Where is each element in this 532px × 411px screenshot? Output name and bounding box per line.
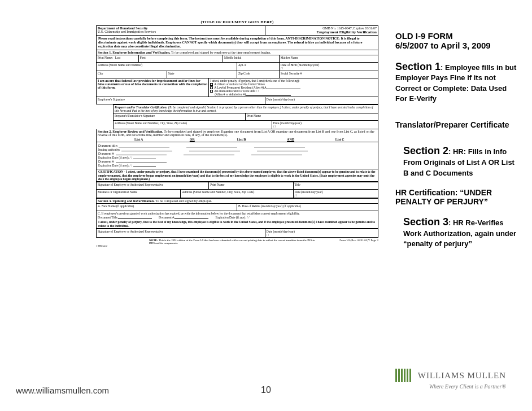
employer-print-name: Print Name: [209, 182, 293, 189]
translator-annotation: Translator/Preparer Certificate: [395, 120, 520, 129]
employee-signature: Employee's Signature: [97, 97, 265, 104]
section-3-attest: I attest, under penalty of perjury, that…: [96, 220, 378, 229]
section-2-annotation: Section 2: HR: Fills in Info From Origin…: [395, 145, 520, 177]
cert-date: Date (month/day/year)/ /: [294, 190, 378, 198]
first-name-field: First: [139, 55, 223, 62]
document-lines: Document title: Issuing authority: Docum…: [96, 142, 378, 169]
new-name-field: A. New Name (if applicable): [97, 204, 237, 211]
form-name: Employment Eligibility Verification: [267, 30, 377, 34]
emp-sig-date: Date (month/day/year): [265, 97, 378, 104]
form-footnote: NOTE: This is the 1991 edition of the Fo…: [96, 239, 378, 244]
form-revision: Form I-9 (Rev. 05/31/05)Y Page 2: [322, 239, 378, 244]
section-3-annotation: Section 3: HR Re-Verifies Work Authoriza…: [395, 216, 520, 248]
employer-title: Title: [294, 182, 378, 189]
ssn-field: Social Security #: [280, 71, 378, 78]
form-title: (TITLE OF DOCUMENT GOES HERE): [96, 20, 378, 24]
anti-discrimination-notice: Please read instructions carefully befor…: [96, 35, 378, 50]
zip-field: Zip Code: [237, 71, 280, 78]
sec3-date: Date (month/day/year)/ /: [265, 229, 378, 237]
williams-mullen-logo: WILLIAMS MULLEN Where Every Client is a …: [395, 369, 506, 390]
employer-signature: Signature of Employer or Authorized Repr…: [97, 182, 209, 189]
logo-tagline: Where Every Client is a Partner®: [395, 383, 506, 390]
attestation-options: I attest, under penalty of perjury, that…: [209, 78, 378, 97]
state-field: State: [167, 71, 238, 78]
i9-form: (TITLE OF DOCUMENT GOES HERE) Department…: [96, 20, 378, 247]
annotations-panel: OLD I-9 FORM 6/5/2007 to April 3, 2009 S…: [395, 31, 520, 259]
list-b-header: List B: [203, 137, 279, 142]
maiden-name-field: Maiden Name: [280, 55, 378, 62]
section-1-bar: Section 1. Employee Information and Veri…: [96, 50, 378, 55]
city-field: City: [97, 71, 167, 78]
hr-cert-annotation: HR Certification: “UNDER PENALTY OF PERJ…: [395, 188, 520, 206]
business-address: Address (Street Name and Number, City, S…: [181, 190, 293, 198]
business-name: Business or Organization Name: [97, 190, 181, 198]
preparer-address: Address (Street Name and Number, City, S…: [114, 121, 272, 129]
apt-field: Apt. #: [237, 63, 280, 71]
list-c-header: List C: [302, 137, 378, 142]
section-1-annotation: Section 1: Employee fills in but Employe…: [395, 61, 520, 104]
preparer-date: Date (month/day/year)/ /: [272, 121, 378, 129]
logo-stripes-icon: [395, 369, 412, 382]
list-a-header: List A: [97, 137, 181, 142]
bottom-code: 1 99901afv2: [96, 244, 378, 247]
rehire-date-field: B. Date of Rehire (month/day/year) (if a…: [237, 204, 378, 211]
certification-text: CERTIFICATION - I attest, under penalty …: [96, 169, 378, 182]
or-label: OR: [181, 137, 203, 142]
logo-name: WILLIAMS MULLEN: [418, 371, 506, 381]
middle-initial-field: Middle Initial: [223, 55, 280, 62]
page-number: 10: [261, 385, 271, 395]
section-3-bar: Section 3. Updating and Reverification. …: [96, 198, 378, 203]
footer-url: www.williamsmullen.com: [16, 386, 109, 395]
preparer-signature: Preparer's/Translator's Signature: [114, 113, 246, 120]
dept-line-2: U.S. Citizenship and Immigration Service…: [98, 30, 264, 33]
sec3-signature: Signature of Employer or Authorized Repr…: [97, 229, 265, 237]
section-3c-line: C. If employee's previous grant of work …: [97, 211, 378, 220]
aware-statement: I am aware that federal law provides for…: [97, 78, 209, 97]
preparer-block: Preparer and/or Translator Certification…: [113, 104, 378, 129]
section-2-bar: Section 2. Employer Review and Verificat…: [96, 129, 378, 137]
and-label: AND: [280, 137, 302, 142]
preparer-print-name: Print Name: [246, 113, 378, 120]
old-form-annotation: OLD I-9 FORM 6/5/2007 to April 3, 2009: [395, 31, 520, 51]
print-name-label: Print Name: Last: [97, 55, 139, 62]
address-field: Address (Street Name and Number): [97, 63, 237, 71]
dob-field: Date of Birth (month/day/year)/ /: [280, 63, 378, 71]
